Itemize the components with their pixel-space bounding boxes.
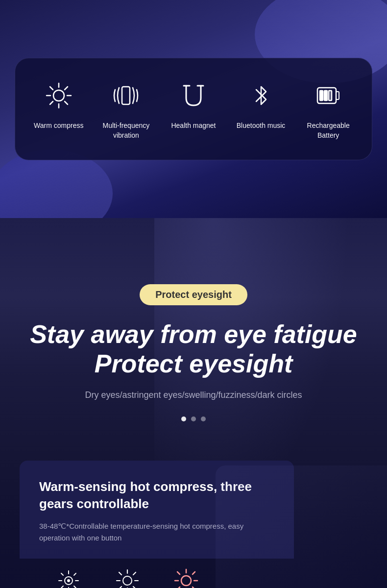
battery-icon	[311, 78, 346, 113]
svg-point-36	[181, 576, 191, 586]
feature-item-multi-freq: Multi-frequency vibration	[97, 78, 155, 140]
dot-3[interactable]	[201, 416, 206, 421]
bluetooth-label: Bluetooth music	[237, 121, 286, 131]
protect-eyesight-badge: Protect eyesight	[140, 284, 247, 305]
feature-card: Warm compress Multi-frequency vibration	[15, 58, 372, 160]
bluetooth-icon	[243, 78, 279, 113]
feature-item-magnet: Health magnet	[164, 78, 223, 131]
product-image-area	[216, 466, 387, 588]
svg-line-7	[65, 87, 68, 90]
svg-line-32	[119, 572, 121, 575]
svg-point-27	[123, 576, 132, 585]
svg-rect-13	[336, 92, 339, 99]
temp-medium-icon	[115, 568, 140, 588]
svg-line-25	[61, 586, 63, 588]
svg-line-22	[61, 573, 63, 575]
dot-2[interactable]	[191, 416, 196, 421]
svg-rect-16	[329, 91, 332, 100]
svg-line-6	[65, 101, 68, 104]
svg-line-41	[177, 572, 180, 574]
battery-label: Rechargeable Battery	[299, 121, 358, 140]
temp-low-icon	[56, 568, 81, 588]
main-title: Stay away from eye fatigue Protect eyesi…	[0, 305, 387, 379]
svg-rect-9	[122, 87, 130, 104]
pagination-dots	[0, 416, 387, 421]
magnet-label: Health magnet	[171, 121, 216, 131]
top-section: Warm compress Multi-frequency vibration	[0, 0, 387, 218]
svg-line-5	[50, 87, 53, 90]
svg-point-26	[68, 580, 70, 582]
feature-item-bluetooth: Bluetooth music	[232, 78, 290, 131]
temp-medium-icon-item	[98, 568, 157, 588]
temp-high-icon-item	[157, 568, 216, 588]
temp-low-icon-item	[39, 568, 98, 588]
multi-freq-label: Multi-frequency vibration	[97, 121, 155, 140]
vibration-icon	[108, 78, 144, 113]
svg-line-8	[50, 101, 53, 104]
svg-point-0	[53, 90, 64, 101]
svg-line-23	[74, 586, 76, 588]
warm-compress-label: Warm compress	[34, 121, 83, 131]
main-title-line2: Protect eyesight	[20, 349, 367, 379]
svg-rect-15	[324, 91, 327, 100]
content-wrapper: Protect eyesight Stay away from eye fati…	[0, 218, 387, 588]
svg-line-24	[74, 573, 76, 575]
dot-1[interactable]	[181, 416, 186, 421]
bottom-section: Protect eyesight Stay away from eye fati…	[0, 218, 387, 588]
temp-high-icon	[174, 568, 198, 588]
svg-line-43	[193, 572, 195, 574]
eye-conditions-subtitle: Dry eyes/astringent eyes/swelling/fuzzin…	[0, 379, 387, 402]
product-section: Warm-sensing hot compress, three gears c…	[0, 461, 387, 588]
feature-item-battery: Rechargeable Battery	[299, 78, 358, 140]
svg-rect-14	[320, 91, 323, 100]
magnet-icon	[176, 78, 211, 113]
svg-line-34	[133, 572, 136, 575]
warm-compress-icon	[41, 78, 76, 113]
main-title-line1: Stay away from eye fatigue	[20, 320, 367, 349]
feature-item-warm-compress: Warm compress	[29, 78, 88, 131]
